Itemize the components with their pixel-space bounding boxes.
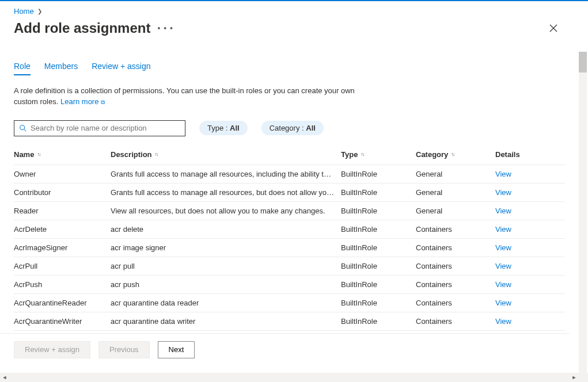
cell-type: BuiltInRole	[341, 299, 416, 307]
table-row[interactable]: ReaderView all resources, but does not a…	[14, 202, 565, 220]
cell-type: BuiltInRole	[341, 262, 416, 270]
description-text: A role definition is a collection of per…	[14, 86, 359, 108]
sort-icon: ↑↓	[361, 151, 363, 157]
cell-type: BuiltInRole	[341, 280, 416, 289]
cell-name: AcrPush	[14, 280, 111, 289]
view-link[interactable]: View	[495, 170, 511, 178]
cell-description: acr pull	[111, 262, 341, 270]
cell-category: Containers	[416, 243, 495, 252]
breadcrumb: Home ❯	[14, 7, 565, 16]
cell-type: BuiltInRole	[341, 207, 416, 215]
vertical-scrollbar[interactable]	[579, 52, 587, 373]
roles-table: Name↑↓ Description↑↓ Type↑↓ Category↑↓ D…	[14, 144, 565, 331]
table-row[interactable]: AcrPushacr pushBuiltInRoleContainersView	[14, 276, 565, 294]
cell-description: acr push	[111, 280, 341, 289]
view-link[interactable]: View	[495, 299, 511, 307]
cell-name: AcrPull	[14, 262, 111, 270]
external-link-icon: ⧉	[98, 99, 105, 105]
cell-name: AcrQuarantineWriter	[14, 317, 111, 326]
search-input[interactable]	[27, 124, 180, 132]
previous-button: Previous	[98, 341, 150, 358]
table-row[interactable]: OwnerGrants full access to manage all re…	[14, 165, 565, 184]
sort-icon: ↑↓	[155, 151, 158, 157]
search-input-container[interactable]	[14, 120, 185, 136]
view-link[interactable]: View	[495, 243, 511, 252]
cell-category: Containers	[416, 317, 495, 326]
view-link[interactable]: View	[495, 262, 511, 270]
cell-category: General	[416, 188, 495, 197]
cell-name: Contributor	[14, 188, 111, 197]
page-title: Add role assignment	[14, 20, 150, 36]
view-link[interactable]: View	[495, 317, 511, 326]
col-type[interactable]: Type↑↓	[341, 150, 416, 159]
cell-description: acr image signer	[111, 243, 341, 252]
tab-members[interactable]: Members	[44, 58, 78, 75]
cell-type: BuiltInRole	[341, 225, 416, 234]
table-row[interactable]: AcrImageSigneracr image signerBuiltInRol…	[14, 239, 565, 257]
sort-icon: ↑↓	[37, 151, 40, 157]
close-icon	[549, 24, 557, 32]
cell-name: AcrDelete	[14, 225, 111, 234]
table-row[interactable]: ContributorGrants full access to manage …	[14, 184, 565, 202]
table-row[interactable]: AcrPullacr pullBuiltInRoleContainersView	[14, 257, 565, 276]
tab-review-assign[interactable]: Review + assign	[92, 58, 150, 75]
filter-type-pill[interactable]: Type : All	[199, 121, 248, 135]
footer-bar: Review + assign Previous Next	[0, 333, 570, 365]
view-link[interactable]: View	[495, 280, 511, 289]
next-button[interactable]: Next	[158, 341, 195, 358]
cell-type: BuiltInRole	[341, 188, 416, 197]
col-details: Details	[495, 150, 553, 159]
cell-description: Grants full access to manage all resourc…	[111, 170, 341, 178]
svg-line-1	[24, 129, 26, 131]
filter-category-pill[interactable]: Category : All	[261, 121, 324, 135]
cell-name: AcrImageSigner	[14, 243, 111, 252]
col-description[interactable]: Description↑↓	[111, 150, 341, 159]
scroll-right-icon[interactable]: ►	[570, 375, 579, 380]
horizontal-scrollbar[interactable]: ◄ ►	[0, 373, 579, 382]
col-category[interactable]: Category↑↓	[416, 150, 495, 159]
scroll-left-icon[interactable]: ◄	[0, 375, 9, 380]
more-dots-icon[interactable]: • • •	[157, 24, 173, 33]
sort-icon: ↑↓	[451, 151, 454, 157]
svg-point-0	[20, 125, 25, 129]
tabs: Role Members Review + assign	[14, 58, 565, 75]
search-icon	[19, 124, 27, 132]
cell-category: General	[416, 170, 495, 178]
view-link[interactable]: View	[495, 207, 511, 215]
cell-type: BuiltInRole	[341, 170, 416, 178]
tab-role[interactable]: Role	[14, 58, 31, 75]
cell-description: Grants full access to manage all resourc…	[111, 188, 341, 197]
cell-description: acr delete	[111, 225, 341, 234]
cell-description: acr quarantine data writer	[111, 317, 341, 326]
cell-category: Containers	[416, 262, 495, 270]
view-link[interactable]: View	[495, 188, 511, 197]
cell-name: AcrQuarantineReader	[14, 299, 111, 307]
cell-type: BuiltInRole	[341, 317, 416, 326]
cell-category: Containers	[416, 299, 495, 307]
table-row[interactable]: AcrQuarantineReaderacr quarantine data r…	[14, 294, 565, 312]
chevron-right-icon: ❯	[37, 8, 42, 14]
cell-category: Containers	[416, 280, 495, 289]
cell-description: View all resources, but does not allow y…	[111, 207, 341, 215]
close-button[interactable]	[544, 19, 563, 37]
breadcrumb-home[interactable]: Home	[14, 7, 34, 16]
learn-more-link[interactable]: Learn more ⧉	[60, 97, 105, 106]
table-row[interactable]: AcrQuarantineWriteracr quarantine data w…	[14, 312, 565, 331]
view-link[interactable]: View	[495, 225, 511, 234]
col-name[interactable]: Name↑↓	[14, 150, 111, 159]
cell-type: BuiltInRole	[341, 243, 416, 252]
cell-name: Reader	[14, 207, 111, 215]
cell-category: General	[416, 207, 495, 215]
cell-name: Owner	[14, 170, 111, 178]
review-assign-button: Review + assign	[14, 341, 90, 358]
cell-description: acr quarantine data reader	[111, 299, 341, 307]
table-row[interactable]: AcrDeleteacr deleteBuiltInRoleContainers…	[14, 220, 565, 239]
cell-category: Containers	[416, 225, 495, 234]
